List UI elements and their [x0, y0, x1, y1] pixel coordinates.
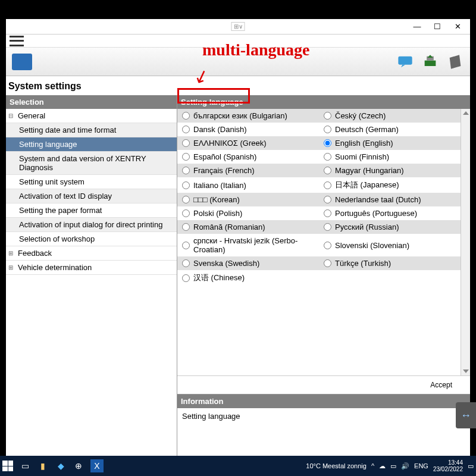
tree-item[interactable]: Activation of text ID display — [6, 189, 177, 203]
language-radio[interactable] — [182, 242, 190, 249]
language-radio[interactable] — [324, 223, 331, 231]
close-button[interactable]: ✕ — [447, 20, 468, 34]
tray-display-icon[interactable]: ▭ — [390, 462, 396, 470]
language-option[interactable]: Deutsch (German) — [319, 123, 461, 136]
app-icon[interactable]: X — [90, 459, 104, 472]
tray-language[interactable]: ENG — [414, 462, 428, 469]
teamviewer-badge[interactable]: ↔ — [456, 402, 476, 428]
language-option[interactable]: Magyar (Hungarian) — [319, 164, 461, 177]
language-option[interactable]: Svenska (Swedish) — [177, 256, 319, 270]
language-radio[interactable] — [324, 167, 331, 174]
tree-item[interactable]: Activation of input dialog for direct pr… — [6, 218, 177, 232]
maximize-button[interactable]: ☐ — [427, 20, 447, 34]
language-option[interactable]: Slovenski (Slovenian) — [319, 234, 461, 256]
language-radio[interactable] — [324, 126, 331, 133]
tree-item[interactable]: Setting the paper format — [6, 203, 177, 218]
language-radio[interactable] — [182, 153, 190, 161]
language-radio[interactable] — [182, 167, 190, 174]
language-option[interactable]: Română (Romanian) — [177, 220, 319, 234]
settings-tree: ⊟GeneralSetting date and time formatSett… — [6, 109, 177, 275]
language-option[interactable]: ΕΛΛΗΝΙΚΟΣ (Greek) — [177, 136, 319, 150]
tree-item[interactable]: System and data version of XENTRY Diagno… — [6, 152, 177, 175]
language-radio[interactable] — [324, 181, 331, 189]
language-radio[interactable] — [324, 139, 331, 147]
tree-item[interactable]: Setting date and time format — [6, 123, 177, 137]
weather-widget[interactable]: 10°C Meestal zonnig — [306, 462, 367, 469]
titlebar: ⊞∨ — ☐ ✕ — [6, 19, 470, 35]
language-radio[interactable] — [324, 112, 331, 120]
scrollbar[interactable] — [461, 109, 470, 375]
language-option[interactable]: Nederlandse taal (Dutch) — [319, 193, 461, 206]
language-radio[interactable] — [182, 259, 190, 267]
panel-header: Setting language — [177, 95, 470, 109]
start-button[interactable] — [2, 461, 13, 471]
vehicle-icon[interactable] — [12, 54, 32, 70]
language-radio[interactable] — [182, 112, 190, 120]
hamburger-menu[interactable] — [10, 36, 24, 46]
tree-group[interactable]: ⊟General — [6, 109, 177, 123]
language-radio[interactable] — [324, 196, 331, 203]
language-radio[interactable] — [182, 209, 190, 217]
info-header: Information — [177, 394, 470, 408]
language-radio[interactable] — [182, 223, 190, 231]
chat-icon[interactable] — [396, 54, 414, 70]
tray-volume-icon[interactable]: 🔊 — [401, 462, 409, 470]
content-area: Selection ⊟GeneralSetting date and time … — [6, 95, 470, 456]
language-option[interactable]: 日本語 (Japanese) — [319, 177, 461, 193]
main-panel: Setting language български език (Bulgari… — [177, 95, 470, 456]
language-option[interactable]: српски - Hrvatski jezik (Serbo-Croatian) — [177, 234, 319, 256]
language-option[interactable]: Français (French) — [177, 164, 319, 177]
sidebar: Selection ⊟GeneralSetting date and time … — [6, 95, 177, 456]
language-option[interactable]: Polski (Polish) — [177, 206, 319, 220]
tree-group[interactable]: ⊞Vehicle determination — [6, 261, 177, 275]
tray-chevron-icon[interactable]: ^ — [371, 462, 374, 469]
book-icon[interactable] — [446, 54, 464, 70]
svg-rect-1 — [425, 60, 436, 65]
notification-icon[interactable]: ▭ — [468, 462, 474, 470]
accept-button[interactable]: Accept — [424, 380, 458, 390]
task-view-icon[interactable]: ▭ — [19, 460, 31, 472]
app-window: ⊞∨ — ☐ ✕ System settings Selection ⊟Gene… — [6, 19, 470, 456]
language-option[interactable]: Italiano (Italian) — [177, 177, 319, 193]
language-radio[interactable] — [182, 274, 190, 282]
sidebar-header: Selection — [6, 95, 177, 109]
language-option[interactable]: Český (Czech) — [319, 109, 461, 123]
tree-group[interactable]: ⊞Feedback — [6, 246, 177, 261]
language-radio[interactable] — [182, 181, 190, 189]
taskbar: ▭ ▮ ◆ ⊕ X 10°C Meestal zonnig ^ ☁ ▭ 🔊 EN… — [0, 456, 476, 476]
language-option[interactable]: 汉语 (Chinese) — [177, 270, 319, 286]
titlebar-center-icon: ⊞∨ — [231, 22, 245, 31]
language-option[interactable]: English (English) — [319, 136, 461, 150]
tray-cloud-icon[interactable]: ☁ — [379, 462, 386, 470]
clock[interactable]: 13:44 23/02/2022 — [433, 459, 463, 472]
print-icon[interactable] — [421, 54, 439, 70]
language-option[interactable]: Türkçe (Turkish) — [319, 256, 461, 270]
info-panel: Information Setting language — [177, 394, 470, 456]
language-option[interactable]: Português (Portuguese) — [319, 206, 461, 220]
language-list: български език (Bulgarian)Český (Czech)D… — [177, 109, 461, 375]
tree-item[interactable]: Selection of workshop — [6, 232, 177, 246]
language-radio[interactable] — [182, 196, 190, 203]
language-radio[interactable] — [324, 259, 331, 267]
language-option[interactable]: Русский (Russian) — [319, 220, 461, 234]
info-body: Setting language — [177, 408, 470, 456]
language-radio[interactable] — [324, 209, 331, 217]
language-option[interactable]: български език (Bulgarian) — [177, 109, 319, 123]
language-radio[interactable] — [182, 139, 190, 147]
language-radio[interactable] — [324, 242, 331, 249]
explorer-icon[interactable]: ▮ — [37, 460, 49, 472]
language-option[interactable]: Suomi (Finnish) — [319, 150, 461, 164]
toolbar — [6, 48, 470, 76]
language-option[interactable]: Dansk (Danish) — [177, 123, 319, 136]
svg-rect-0 — [398, 56, 412, 64]
language-radio[interactable] — [324, 153, 331, 161]
language-option[interactable]: Español (Spanish) — [177, 150, 319, 164]
tree-item[interactable]: Setting language — [6, 137, 177, 152]
menubar — [6, 35, 470, 48]
teamviewer-icon[interactable]: ◆ — [55, 460, 67, 472]
language-radio[interactable] — [182, 126, 190, 133]
language-option[interactable]: □□□ (Korean) — [177, 193, 319, 206]
tree-item[interactable]: Setting unit system — [6, 175, 177, 189]
security-icon[interactable]: ⊕ — [73, 460, 84, 472]
minimize-button[interactable]: — — [407, 20, 427, 34]
